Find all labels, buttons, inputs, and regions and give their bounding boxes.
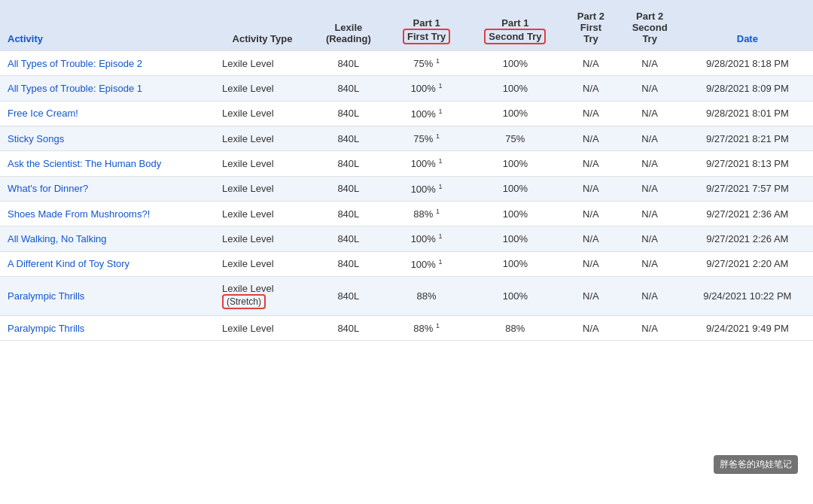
- col-header-type: Activity Type: [215, 0, 310, 51]
- activity-cell: Sticky Songs: [0, 126, 215, 150]
- date-cell: 9/27/2021 2:20 AM: [682, 251, 813, 276]
- col-header-p1-first: Part 1First Try: [387, 0, 467, 51]
- p2-second-cell: N/A: [618, 101, 682, 126]
- p1-first-cell: 100% 1: [387, 101, 467, 126]
- table-row: All Types of Trouble: Episode 2Lexile Le…: [0, 51, 813, 76]
- date-cell: 9/24/2021 10:22 PM: [682, 276, 813, 315]
- activity-cell: All Types of Trouble: Episode 1: [0, 76, 215, 101]
- p2-second-cell: N/A: [618, 226, 682, 251]
- p2-second-cell: N/A: [618, 76, 682, 101]
- p1-first-cell: 75% 1: [387, 126, 467, 150]
- activity-link[interactable]: What's for Dinner?: [8, 183, 88, 194]
- p1-first-cell: 100% 1: [387, 251, 467, 276]
- col-header-lexile: Lexile (Reading): [310, 0, 387, 51]
- p1-second-cell: 100%: [467, 201, 565, 226]
- table-row: Paralympic ThrillsLexile Level(Stretch)8…: [0, 276, 813, 315]
- p2-second-cell: N/A: [618, 251, 682, 276]
- table-row: What's for Dinner?Lexile Level840L100% 1…: [0, 176, 813, 201]
- type-cell: Lexile Level: [215, 176, 310, 201]
- p1-second-cell: 75%: [467, 126, 565, 150]
- activity-link[interactable]: Ask the Scientist: The Human Body: [8, 158, 161, 169]
- type-cell: Lexile Level: [215, 315, 310, 340]
- activity-sort-link[interactable]: Activity: [8, 33, 43, 44]
- lexile-cell: 840L: [310, 251, 387, 276]
- p2-first-cell: N/A: [564, 126, 617, 150]
- table-row: All Walking, No TalkingLexile Level840L1…: [0, 226, 813, 251]
- p2-first-cell: N/A: [564, 101, 617, 126]
- activity-link[interactable]: Sticky Songs: [8, 133, 64, 144]
- lexile-cell: 840L: [310, 101, 387, 126]
- date-cell: 9/24/2021 9:49 PM: [682, 315, 813, 340]
- activity-link[interactable]: A Different Kind of Toy Story: [8, 258, 129, 269]
- type-cell: Lexile Level: [215, 101, 310, 126]
- p1-first-cell: 88%: [387, 276, 467, 315]
- p2-second-cell: N/A: [618, 176, 682, 201]
- p1-first-cell: 100% 1: [387, 151, 467, 176]
- lexile-cell: 840L: [310, 315, 387, 340]
- col-header-activity[interactable]: Activity: [0, 0, 215, 51]
- p2-first-cell: N/A: [564, 176, 617, 201]
- activity-link[interactable]: All Types of Trouble: Episode 1: [8, 83, 142, 94]
- type-cell: Lexile Level: [215, 126, 310, 150]
- p1-first-cell: 100% 1: [387, 176, 467, 201]
- p2-first-cell: N/A: [564, 315, 617, 340]
- table-row: All Types of Trouble: Episode 1Lexile Le…: [0, 76, 813, 101]
- date-cell: 9/27/2021 8:21 PM: [682, 126, 813, 150]
- date-cell: 9/28/2021 8:18 PM: [682, 51, 813, 76]
- date-cell: 9/27/2021 2:26 AM: [682, 226, 813, 251]
- type-cell: Lexile Level: [215, 226, 310, 251]
- lexile-cell: 840L: [310, 201, 387, 226]
- p1-second-cell: 100%: [467, 76, 565, 101]
- p2-second-cell: N/A: [618, 151, 682, 176]
- p2-first-cell: N/A: [564, 151, 617, 176]
- lexile-cell: 840L: [310, 76, 387, 101]
- type-cell: Lexile Level: [215, 251, 310, 276]
- date-cell: 9/27/2021 7:57 PM: [682, 176, 813, 201]
- table-row: Sticky SongsLexile Level840L75% 175%N/AN…: [0, 126, 813, 150]
- p1-second-cell: 100%: [467, 151, 565, 176]
- p1-second-cell: 100%: [467, 101, 565, 126]
- p1-second-cell: 100%: [467, 176, 565, 201]
- activity-link[interactable]: Free Ice Cream!: [8, 108, 78, 119]
- activity-cell: All Types of Trouble: Episode 2: [0, 51, 215, 76]
- p2-second-cell: N/A: [618, 315, 682, 340]
- col-header-p2-first: Part 2FirstTry: [564, 0, 617, 51]
- part1-second-try-label: Second Try: [484, 29, 546, 44]
- p2-first-cell: N/A: [564, 201, 617, 226]
- table-row: Free Ice Cream!Lexile Level840L100% 1100…: [0, 101, 813, 126]
- type-cell: Lexile Level: [215, 201, 310, 226]
- activity-link[interactable]: Shoes Made From Mushrooms?!: [8, 208, 150, 220]
- p2-second-cell: N/A: [618, 126, 682, 150]
- activity-cell: Ask the Scientist: The Human Body: [0, 151, 215, 176]
- activity-cell: Paralympic Thrills: [0, 315, 215, 340]
- p1-second-cell: 100%: [467, 251, 565, 276]
- lexile-cell: 840L: [310, 51, 387, 76]
- type-cell: Lexile Level: [215, 51, 310, 76]
- table-row: Paralympic ThrillsLexile Level840L88% 18…: [0, 315, 813, 340]
- col-header-p2-second: Part 2SecondTry: [618, 0, 682, 51]
- activity-link[interactable]: All Types of Trouble: Episode 2: [8, 58, 142, 69]
- lexile-cell: 840L: [310, 226, 387, 251]
- table-row: Shoes Made From Mushrooms?!Lexile Level8…: [0, 201, 813, 226]
- activity-link[interactable]: Paralympic Thrills: [8, 323, 84, 334]
- table-row: A Different Kind of Toy StoryLexile Leve…: [0, 251, 813, 276]
- activity-cell: Free Ice Cream!: [0, 101, 215, 126]
- activity-cell: Shoes Made From Mushrooms?!: [0, 201, 215, 226]
- date-cell: 9/27/2021 2:36 AM: [682, 201, 813, 226]
- p1-second-cell: 100%: [467, 226, 565, 251]
- activity-cell: What's for Dinner?: [0, 176, 215, 201]
- p2-first-cell: N/A: [564, 251, 617, 276]
- p1-first-cell: 88% 1: [387, 315, 467, 340]
- p1-second-cell: 100%: [467, 276, 565, 315]
- p1-first-cell: 100% 1: [387, 226, 467, 251]
- activity-link[interactable]: All Walking, No Talking: [8, 233, 107, 244]
- p1-second-cell: 88%: [467, 315, 565, 340]
- col-header-date[interactable]: Date: [682, 0, 813, 51]
- p2-first-cell: N/A: [564, 276, 617, 315]
- col-header-p1-second: Part 1Second Try: [467, 0, 565, 51]
- date-sort-link[interactable]: Date: [737, 33, 758, 44]
- activity-cell: Paralympic Thrills: [0, 276, 215, 315]
- p1-first-cell: 100% 1: [387, 76, 467, 101]
- activity-link[interactable]: Paralympic Thrills: [8, 290, 84, 302]
- type-cell: Lexile Level(Stretch): [215, 276, 310, 315]
